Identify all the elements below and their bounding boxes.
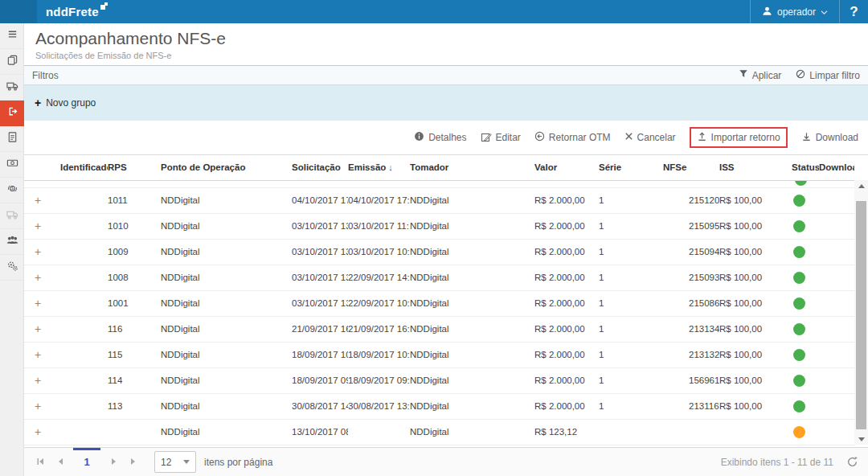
clear-filter-button[interactable]: Limpar filtro [796,69,860,81]
column-header-ponto-de-opera-o[interactable]: Ponto de Operação [161,155,292,180]
user-menu[interactable]: operador [751,0,839,23]
cell-serie: 1 [599,239,663,265]
cell-serie: 1 [599,316,663,342]
scroll-up-arrow[interactable] [854,180,868,191]
cell-identificador [60,393,108,419]
expand-row-icon[interactable]: + [24,374,41,387]
scrollbar-thumb[interactable] [856,201,866,429]
cell-iss: R$ 100,00 [719,342,792,367]
column-header-valor[interactable]: Valor [534,155,599,180]
expand-row-icon[interactable]: + [24,271,41,284]
grid-toolbar: Detalhes Editar Retornar OTM Cancelar Im… [24,121,868,154]
cell-tomador: NDDigital [410,239,534,265]
column-header-download[interactable]: Download [819,155,854,180]
filters-title: Filtros [32,70,59,81]
column-header-expand[interactable] [24,155,60,180]
cell-iss: R$ 100,00 [719,265,792,290]
column-header-tomador[interactable]: Tomador [410,155,534,180]
sidebar-item-money[interactable] [0,152,24,178]
table-row[interactable]: +1009NDDigital03/10/2017 13:...03/10/201… [24,239,854,265]
expand-row-icon[interactable]: + [24,220,41,232]
page-number-current[interactable]: 1 [71,448,103,476]
status-indicator [793,246,805,258]
table-row[interactable]: +1011NDDigital04/10/2017 17:...04/10/201… [24,187,854,213]
table-row[interactable]: +116NDDigital21/09/2017 16:...21/09/2017… [24,316,854,342]
download-icon [801,131,812,144]
last-page-button[interactable] [123,448,143,476]
sidebar-item-users[interactable] [0,229,24,255]
sidebar-item-document[interactable] [0,126,24,152]
column-header-status[interactable]: Status [792,155,819,180]
status-indicator [793,349,805,361]
cell-download [819,239,854,265]
cell-nfse: 213134 [663,316,719,342]
new-group-button[interactable]: + Novo grupo [35,97,96,109]
scroll-down-arrow[interactable] [854,433,868,445]
cell-iss: R$ 100,00 [719,187,792,213]
cell-download [819,419,854,445]
apply-filter-label: Aplicar [752,70,782,81]
sidebar-item-transport[interactable] [0,75,24,101]
edit-label: Editar [496,132,521,143]
expand-row-icon[interactable]: + [24,400,41,412]
cell-emissao: 22/09/2017 10:... [348,290,410,316]
refresh-button[interactable] [846,456,858,468]
cell-tomador: NDDigital [410,187,534,213]
table-row-partial[interactable] [24,180,854,187]
import-return-label: Importar retorno [711,132,780,143]
table-row[interactable]: +1010NDDigital03/10/2017 13:...03/10/201… [24,213,854,239]
table-row[interactable]: +NDDigital13/10/2017 08:...NDDigitalR$ 1… [24,419,854,445]
sidebar-item-settings[interactable] [0,255,24,281]
details-label: Detalhes [428,132,466,143]
expand-row-icon[interactable]: + [24,194,41,207]
column-header-rps[interactable]: RPS [108,155,161,180]
sidebar-menu-toggle[interactable] [0,23,24,49]
table-row[interactable]: +1008NDDigital03/10/2017 13:...22/09/201… [24,265,854,290]
expand-row-icon[interactable]: + [24,348,41,361]
import-return-button[interactable]: Importar retorno [690,127,788,148]
table-row[interactable]: +113NDDigital30/08/2017 14:...30/08/2017… [24,393,854,419]
first-page-button[interactable] [31,448,51,476]
cell-valor: R$ 123,12 [534,419,599,445]
sidebar-item-documents[interactable] [0,49,24,75]
table-row[interactable]: +115NDDigital18/09/2017 10:...18/09/2017… [24,342,854,367]
cell-solicitacao: 03/10/2017 13:... [292,213,348,239]
vertical-scrollbar[interactable] [854,180,868,445]
cell-ponto-operacao: NDDigital [161,367,292,393]
download-button[interactable]: Download [801,131,858,144]
cell-ponto-operacao: NDDigital [161,419,292,445]
sidebar-item-nfse-emission[interactable] [0,101,24,126]
expand-row-icon[interactable]: + [24,245,41,258]
topbar: nddFrete operador ? [0,0,868,23]
cancel-button[interactable]: Cancelar [624,132,676,143]
page-size-dropdown[interactable]: 12 [154,451,196,473]
prev-page-button[interactable] [51,448,71,476]
details-button[interactable]: Detalhes [414,131,466,144]
expand-row-icon[interactable]: + [24,425,41,438]
cell-download [819,213,854,239]
column-header-s-rie[interactable]: Série [599,155,663,180]
cell-download [819,393,854,419]
return-otm-button[interactable]: Retornar OTM [534,131,611,144]
expand-row-icon[interactable]: + [24,322,41,335]
table-row[interactable]: +1001NDDigital03/10/2017 13:...22/09/201… [24,290,854,316]
table-body: +1011NDDigital04/10/2017 17:...04/10/201… [24,180,854,445]
cell-emissao: 03/10/2017 11:... [348,213,410,239]
expand-row-icon[interactable]: + [24,297,41,310]
cell-valor: R$ 2.000,00 [534,265,599,290]
column-header-emiss-o[interactable]: Emissão ↓ [348,155,410,180]
table-row[interactable]: +114NDDigital18/09/2017 09:...18/09/2017… [24,367,854,393]
column-header-identificador[interactable]: Identificador [60,155,108,180]
column-header-iss[interactable]: ISS [719,155,792,180]
cell-ponto-operacao: NDDigital [161,187,292,213]
next-page-button[interactable] [103,448,123,476]
apply-filter-button[interactable]: Aplicar [739,69,782,81]
sidebar-item-billing[interactable]: $ [0,178,24,203]
cell-solicitacao: 18/09/2017 10:... [292,342,348,367]
status-indicator [793,298,805,310]
column-header-nfse[interactable]: NFSe [663,155,719,180]
column-header-solicita-o[interactable]: Solicitação [292,155,348,180]
edit-button[interactable]: Editar [481,131,521,145]
sidebar-item-fleet[interactable] [0,203,24,229]
help-button[interactable]: ? [840,0,868,23]
